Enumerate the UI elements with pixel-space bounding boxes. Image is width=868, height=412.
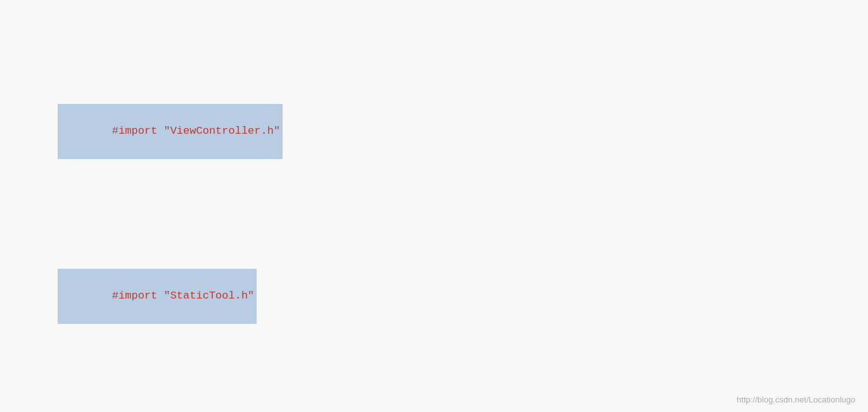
code-line-2: #import "StaticTool.h" bbox=[19, 251, 849, 342]
string-viewcontroller: "ViewController.h" bbox=[163, 125, 280, 137]
code-container: #import "ViewController.h" #import "Stat… bbox=[0, 0, 868, 412]
string-statictool: "StaticTool.h" bbox=[163, 290, 254, 302]
code-line-1: #import "ViewController.h" bbox=[19, 86, 849, 177]
keyword-import-1: #import bbox=[112, 125, 157, 137]
code-block: #import "ViewController.h" #import "Stat… bbox=[19, 13, 849, 412]
keyword-import-2: #import bbox=[112, 290, 157, 302]
watermark: http://blog.csdn.net/Locationlugo bbox=[737, 395, 855, 404]
